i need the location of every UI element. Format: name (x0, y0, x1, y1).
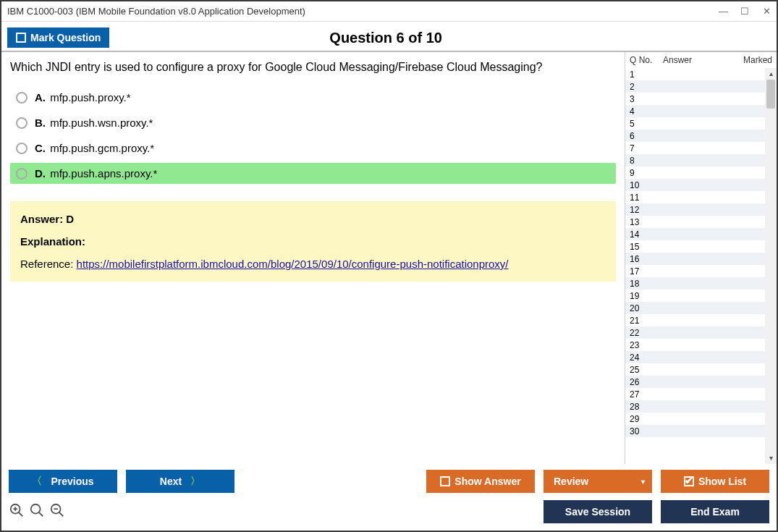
zoom-in-icon[interactable] (9, 502, 25, 521)
title-bar: IBM C1000-003 (IBM Mobile Foundation v8.… (1, 1, 777, 22)
list-row[interactable]: 15 (625, 240, 777, 253)
row-qno: 23 (630, 340, 663, 350)
row-qno: 19 (630, 291, 663, 301)
row-qno: 20 (630, 303, 663, 313)
list-row[interactable]: 27 (625, 388, 777, 400)
list-row[interactable]: 20 (625, 302, 777, 314)
show-answer-label: Show Answer (454, 476, 520, 487)
zoom-out-icon[interactable] (49, 502, 65, 521)
row-qno: 17 (630, 266, 663, 276)
list-row[interactable]: 13 (625, 216, 777, 228)
next-button[interactable]: Next 〉 (126, 470, 234, 493)
footer: 〈 Previous Next 〉 Show Answer Review ▾ S… (1, 464, 777, 531)
option-text: mfp.push.gcm.proxy.* (50, 142, 154, 154)
list-row[interactable]: 16 (625, 253, 777, 265)
list-row[interactable]: 19 (625, 290, 777, 302)
list-row[interactable]: 30 (625, 425, 777, 437)
scrollbar[interactable]: ▴ ▾ (765, 68, 777, 464)
maximize-icon[interactable]: ☐ (740, 6, 749, 17)
mark-question-button[interactable]: Mark Question (7, 28, 109, 48)
row-qno: 9 (630, 168, 663, 178)
row-qno: 4 (630, 106, 663, 117)
reference-link[interactable]: https://mobilefirstplatform.ibmcloud.com… (77, 258, 509, 270)
show-list-label: Show List (698, 476, 746, 487)
list-row[interactable]: 26 (625, 376, 777, 388)
row-qno: 10 (630, 180, 663, 190)
row-qno: 8 (630, 156, 663, 166)
row-qno: 25 (630, 365, 663, 375)
list-row[interactable]: 3 (625, 93, 777, 105)
reference-prefix: Reference: (20, 258, 77, 270)
checkbox-checked-icon (684, 476, 694, 486)
mark-question-label: Mark Question (30, 32, 101, 43)
list-row[interactable]: 11 (625, 191, 777, 203)
row-qno: 24 (630, 352, 663, 363)
radio-icon (16, 168, 28, 180)
minimize-icon[interactable]: — (719, 6, 727, 17)
question-list: 1234567891011121314151617181920212223242… (625, 68, 777, 464)
row-qno: 11 (630, 193, 663, 203)
list-row[interactable]: 21 (625, 314, 777, 326)
previous-button[interactable]: 〈 Previous (9, 470, 117, 493)
list-row[interactable]: 7 (625, 142, 777, 154)
answer-line: Answer: D (20, 213, 606, 225)
row-qno: 12 (630, 205, 663, 215)
row-qno: 13 (630, 217, 663, 227)
list-row[interactable]: 10 (625, 179, 777, 191)
list-row[interactable]: 17 (625, 265, 777, 277)
list-row[interactable]: 22 (625, 326, 777, 339)
row-qno: 6 (630, 131, 663, 141)
row-qno: 14 (630, 229, 663, 240)
list-row[interactable]: 6 (625, 130, 777, 142)
list-row[interactable]: 25 (625, 363, 777, 376)
end-exam-button[interactable]: End Exam (661, 500, 769, 523)
scroll-thumb[interactable] (766, 80, 775, 109)
review-dropdown[interactable]: Review ▾ (544, 470, 652, 493)
list-row[interactable]: 14 (625, 228, 777, 240)
option-letter: A. (35, 91, 46, 104)
row-qno: 26 (630, 377, 663, 387)
scroll-down-icon[interactable]: ▾ (765, 452, 777, 464)
scroll-up-icon[interactable]: ▴ (765, 68, 777, 80)
show-answer-button[interactable]: Show Answer (426, 470, 535, 493)
window-controls: — ☐ ✕ (719, 6, 771, 17)
list-row[interactable]: 28 (625, 400, 777, 413)
list-row[interactable]: 18 (625, 277, 777, 290)
list-row[interactable]: 9 (625, 166, 777, 179)
row-qno: 30 (630, 426, 663, 436)
option-letter: C. (35, 142, 46, 154)
option-B[interactable]: B. mfp.push.wsn.proxy.* (10, 112, 616, 133)
close-icon[interactable]: ✕ (762, 6, 771, 17)
option-C[interactable]: C. mfp.push.gcm.proxy.* (10, 138, 616, 159)
row-qno: 3 (630, 94, 663, 104)
show-list-button[interactable]: Show List (661, 470, 769, 493)
option-A[interactable]: A. mfp.push.proxy.* (10, 87, 616, 108)
question-counter: Question 6 of 10 (109, 30, 662, 46)
list-row[interactable]: 2 (625, 80, 777, 93)
list-row[interactable]: 12 (625, 203, 777, 216)
option-text: mfp.push.proxy.* (50, 91, 130, 104)
chevron-left-icon: 〈 (32, 475, 42, 488)
svg-line-7 (59, 512, 64, 517)
chevron-right-icon: 〉 (190, 475, 200, 488)
svg-point-4 (31, 504, 41, 514)
radio-icon (16, 117, 28, 129)
row-qno: 28 (630, 402, 663, 412)
list-row[interactable]: 4 (625, 105, 777, 117)
option-letter: D. (35, 167, 46, 180)
option-text: mfp.push.apns.proxy.* (50, 167, 157, 180)
list-row[interactable]: 24 (625, 351, 777, 363)
list-row[interactable]: 5 (625, 117, 777, 130)
list-row[interactable]: 29 (625, 413, 777, 425)
row-qno: 27 (630, 389, 663, 400)
list-row[interactable]: 8 (625, 154, 777, 166)
save-session-button[interactable]: Save Session (544, 500, 652, 523)
list-row[interactable]: 1 (625, 68, 777, 80)
svg-line-5 (39, 512, 43, 517)
option-D[interactable]: D. mfp.push.apns.proxy.* (10, 163, 616, 184)
zoom-reset-icon[interactable] (29, 502, 45, 521)
list-row[interactable]: 23 (625, 339, 777, 351)
radio-icon (16, 92, 28, 104)
answer-box: Answer: D Explanation: Reference: https:… (10, 201, 616, 282)
checkbox-icon (440, 476, 450, 486)
